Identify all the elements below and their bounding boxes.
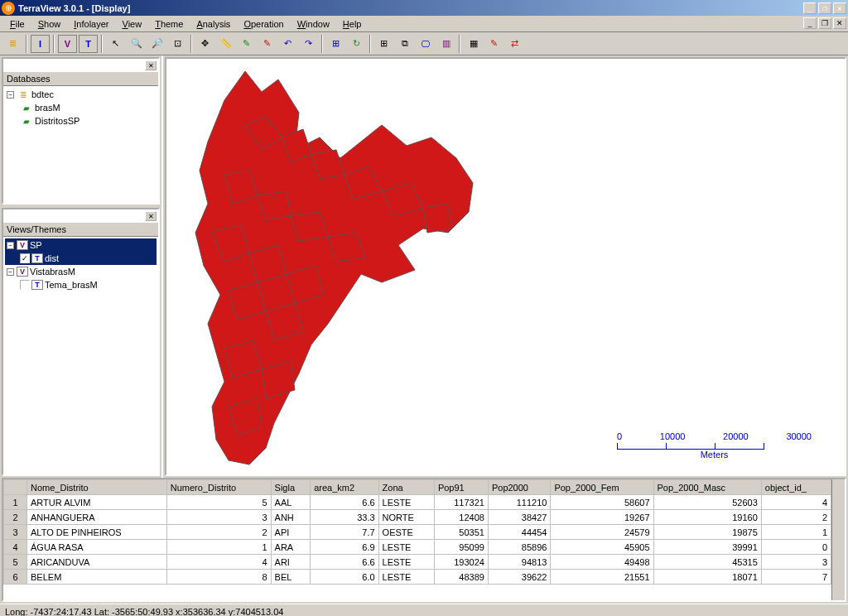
cascade-icon[interactable]: ⧉ [395,35,414,53]
full-extent-icon[interactable]: ⊞ [326,35,345,53]
cell[interactable]: 44454 [488,525,550,540]
refresh-icon[interactable]: ↻ [347,35,366,53]
cell[interactable]: 2 [761,510,831,525]
mdi-minimize-button[interactable]: _ [803,17,817,29]
menu-view[interactable]: View [115,17,148,31]
layer-node[interactable]: ▰ DistritosSP [5,114,157,128]
cell[interactable]: ARI [271,555,311,570]
mdi-restore-button[interactable]: ❐ [818,17,831,29]
cell[interactable]: 39622 [488,570,550,585]
cell[interactable]: 6.6 [311,495,378,510]
map-canvas[interactable]: 0 10000 20000 30000 Meters [165,57,846,476]
row-number[interactable]: 3 [4,525,27,540]
redo-icon[interactable]: ↷ [299,35,318,53]
cell[interactable]: 6.0 [311,570,378,585]
cell[interactable]: BEL [271,570,311,585]
vertical-scrollbar[interactable] [831,479,845,600]
zoom-out-icon[interactable]: 🔎 [147,35,166,53]
table-row[interactable]: 1ARTUR ALVIM5AAL6.6LESTE1173211112105860… [4,495,831,510]
theme-checkbox[interactable] [20,280,30,290]
cell[interactable]: 117321 [434,495,488,510]
cell[interactable]: 49498 [551,555,653,570]
cell[interactable]: ÁGUA RASA [27,540,167,555]
theme-checkbox[interactable]: ✓ [20,253,30,263]
cell[interactable]: 4 [761,495,831,510]
collapse-icon[interactable]: − [7,242,14,249]
display-icon[interactable]: 🖵 [416,35,435,53]
column-header[interactable]: Pop_2000_Masc [653,480,761,495]
cell[interactable]: 3 [166,510,271,525]
menu-theme[interactable]: Theme [148,17,190,31]
views-tree[interactable]: − V SP ✓ T dist − V VistabrasM [3,237,158,474]
menu-file[interactable]: File [3,17,31,31]
graph-icon[interactable]: ✎ [258,35,277,53]
column-header[interactable]: Sigla [271,480,311,495]
theme-icon[interactable]: T [79,35,98,53]
table-row[interactable]: 5ARICANDUVA4ARI6.6LESTE19302494813494984… [4,555,831,570]
collapse-icon[interactable]: − [7,268,14,276]
theme-node-dist[interactable]: ✓ T dist [5,252,157,265]
cell[interactable]: 95099 [434,540,488,555]
cell[interactable]: 19160 [653,510,761,525]
cell[interactable]: 7 [761,570,831,585]
cell[interactable]: ARTUR ALVIM [27,495,167,510]
row-number[interactable]: 1 [4,495,27,510]
cell[interactable]: 39991 [653,540,761,555]
cell[interactable]: 5 [166,495,271,510]
db-node[interactable]: − ≣ bdtec [5,88,157,101]
cell[interactable]: 38427 [488,510,550,525]
maximize-button[interactable]: ❐ [818,2,831,14]
table-icon[interactable]: ▦ [464,35,483,53]
cell[interactable]: ANHANGUERA [27,510,167,525]
cell[interactable]: 45905 [551,540,653,555]
cell[interactable]: 52603 [653,495,761,510]
collapse-icon[interactable]: − [7,91,14,99]
row-number[interactable]: 6 [4,570,27,585]
column-header[interactable]: Numero_Distrito [166,480,271,495]
edit-icon[interactable]: ✎ [484,35,504,53]
cell[interactable]: 21551 [551,570,653,585]
column-header[interactable]: Zona [378,480,434,495]
pointer-icon[interactable]: ↖ [106,35,125,53]
view-node-vistabrasm[interactable]: − V VistabrasM [5,265,157,278]
cell[interactable]: LESTE [378,570,434,585]
menu-analysis[interactable]: Analysis [190,17,237,31]
databases-tree[interactable]: − ≣ bdtec ▰ brasM ▰ DistritosSP [3,86,158,203]
table-row[interactable]: 3ALTO DE PINHEIROS2API7.7OESTE5035144454… [4,525,831,540]
menu-help[interactable]: Help [336,17,369,31]
cell[interactable]: LESTE [378,555,434,570]
cell[interactable]: 3 [761,555,831,570]
panel-close-icon[interactable]: ✕ [145,211,157,221]
cell[interactable]: API [271,525,311,540]
cell[interactable]: ALTO DE PINHEIROS [27,525,167,540]
cell[interactable]: 2 [166,525,271,540]
close-button[interactable]: ✕ [833,2,846,14]
import-icon[interactable]: I [31,35,50,53]
measure-icon[interactable]: 📏 [216,35,235,53]
cell[interactable]: 111210 [488,495,550,510]
cell[interactable]: 18071 [653,570,761,585]
column-header[interactable]: area_km2 [311,480,378,495]
cell[interactable]: 193024 [434,555,488,570]
cell[interactable]: OESTE [378,525,434,540]
column-header[interactable]: Pop91 [434,480,488,495]
cell[interactable]: 6.9 [311,540,378,555]
cell[interactable]: LESTE [378,495,434,510]
cell[interactable]: ARICANDUVA [27,555,167,570]
cell[interactable]: 7.7 [311,525,378,540]
zoom-area-icon[interactable]: ⊡ [168,35,187,53]
cell[interactable]: NORTE [378,510,434,525]
cell[interactable]: 33.3 [311,510,378,525]
cell[interactable]: LESTE [378,540,434,555]
table-row[interactable]: 2ANHANGUERA3ANH33.3NORTE1240838427192671… [4,510,831,525]
cell[interactable]: ARA [271,540,311,555]
cell[interactable]: 8 [166,570,271,585]
tile-icon[interactable]: ⊞ [374,35,393,53]
panel-close-icon[interactable]: ✕ [145,60,157,70]
chart-icon[interactable]: ▥ [436,35,455,53]
cell[interactable]: 19267 [551,510,653,525]
column-header[interactable]: Pop_2000_Fem [551,480,653,495]
menu-infolayer[interactable]: Infolayer [67,17,115,31]
theme-node-temabrasm[interactable]: T Tema_brasM [5,278,157,291]
view-icon[interactable]: V [58,35,77,53]
